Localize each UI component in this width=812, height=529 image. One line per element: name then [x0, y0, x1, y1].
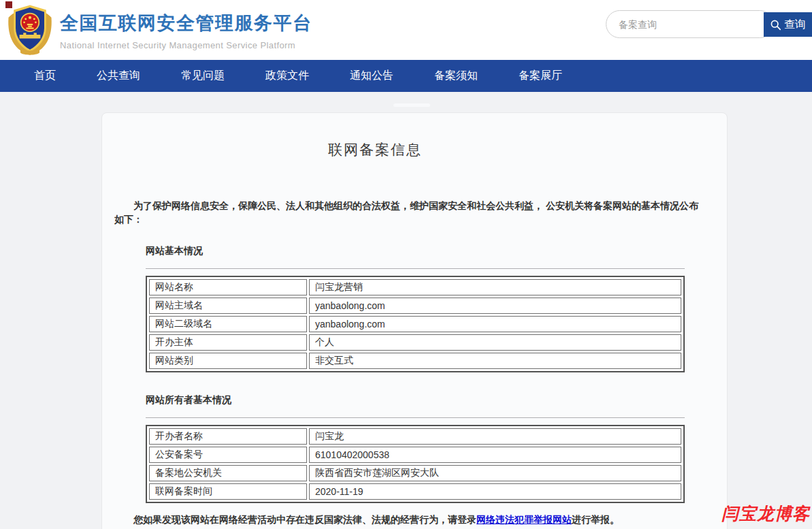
- intro-paragraph: 为了保护网络信息安全，保障公民、法人和其他组织的合法权益，维护国家安全和社会公共…: [114, 199, 707, 226]
- nav-item-filing-instructions[interactable]: 备案须知: [434, 69, 478, 83]
- footer-note: 您如果发现该网站在网络经营活动中存在违反国家法律、法规的经营行为，请登录网络违法…: [114, 513, 707, 526]
- row-label-filing-authority: 备案地公安机关: [149, 465, 307, 481]
- search-icon: [770, 19, 781, 31]
- row-value-operator-type: 个人: [309, 334, 681, 351]
- row-label-sub-domain: 网站二级域名: [149, 316, 307, 332]
- table-row: 备案地公安机关陕西省西安市莲湖区网安大队: [149, 465, 681, 481]
- section-divider: [146, 417, 685, 418]
- row-value-filing-date: 2020-11-19: [309, 483, 681, 500]
- row-value-main-domain: yanbaolong.com: [309, 298, 681, 314]
- row-label-website-name: 网站名称: [149, 279, 307, 295]
- section-heading-owner: 网站所有者基本情况: [146, 394, 727, 406]
- row-value-police-filing-number: 61010402000538: [309, 447, 681, 463]
- page-title: 联网备案信息: [102, 140, 648, 159]
- row-label-website-category: 网站类别: [149, 353, 307, 369]
- info-table: 网站名称闫宝龙营销网站主域名yanbaolong.com网站二级域名yanbao…: [146, 276, 685, 372]
- site-subtitle: National Internet Security Management Se…: [60, 40, 312, 50]
- nav-item-notices[interactable]: 通知公告: [350, 69, 393, 83]
- main-nav: 首页公共查询常见问题政策文件通知公告备案须知备案展厅: [0, 60, 812, 92]
- nav-item-faq[interactable]: 常见问题: [181, 69, 225, 83]
- row-value-website-name: 闫宝龙营销: [309, 279, 681, 295]
- table-row: 公安备案号61010402000538: [149, 447, 681, 463]
- row-label-operator-type: 开办主体: [149, 334, 307, 351]
- content-card: 联网备案信息 为了保护网络信息安全，保障公民、法人和其他组织的合法权益，维护国家…: [101, 112, 728, 529]
- report-website-link[interactable]: 网络违法犯罪举报网站: [476, 514, 572, 525]
- search-button[interactable]: 查询: [764, 12, 812, 37]
- nav-item-home[interactable]: 首页: [34, 69, 56, 83]
- police-badge-icon: [6, 3, 54, 57]
- watermark: 闫宝龙博客: [721, 502, 810, 525]
- footer-note-suffix: 进行举报。: [572, 514, 619, 525]
- row-label-owner-name: 开办者名称: [149, 428, 307, 445]
- search-input[interactable]: [606, 10, 774, 38]
- footer-note-text: 您如果发现该网站在网络经营活动中存在违反国家法律、法规的经营行为，请登录: [133, 514, 476, 525]
- nav-item-filing-hall[interactable]: 备案展厅: [519, 69, 562, 83]
- table-row: 网站主域名yanbaolong.com: [149, 298, 681, 314]
- section-divider: [146, 268, 685, 269]
- search-button-label: 查询: [784, 18, 806, 32]
- table-row: 开办者名称闫宝龙: [149, 428, 681, 445]
- table-row: 开办主体个人: [149, 334, 681, 351]
- table-row: 网站类别非交互式: [149, 353, 681, 369]
- brand-block: 全国互联网安全管理服务平台 National Internet Security…: [60, 11, 312, 50]
- table-row: 网站名称闫宝龙营销: [149, 279, 681, 295]
- site-header: 全国互联网安全管理服务平台 National Internet Security…: [0, 0, 812, 60]
- row-value-filing-authority: 陕西省西安市莲湖区网安大队: [309, 465, 681, 481]
- site-title: 全国互联网安全管理服务平台: [60, 11, 312, 35]
- top-dash-decoration: [393, 103, 430, 107]
- search-area: 查询: [606, 10, 812, 39]
- nav-item-policy-documents[interactable]: 政策文件: [265, 69, 309, 83]
- nav-item-public-query[interactable]: 公共查询: [97, 69, 140, 83]
- row-value-website-category: 非交互式: [309, 353, 681, 369]
- row-label-police-filing-number: 公安备案号: [149, 447, 307, 463]
- table-row: 网站二级域名yanbaolong.com: [149, 316, 681, 332]
- table-row: 联网备案时间2020-11-19: [149, 483, 681, 500]
- row-label-filing-date: 联网备案时间: [149, 483, 307, 500]
- row-value-sub-domain: yanbaolong.com: [309, 316, 681, 332]
- info-table: 开办者名称闫宝龙公安备案号61010402000538备案地公安机关陕西省西安市…: [146, 425, 685, 503]
- row-value-owner-name: 闫宝龙: [309, 428, 681, 445]
- section-heading-website: 网站基本情况: [146, 245, 727, 257]
- row-label-main-domain: 网站主域名: [149, 298, 307, 314]
